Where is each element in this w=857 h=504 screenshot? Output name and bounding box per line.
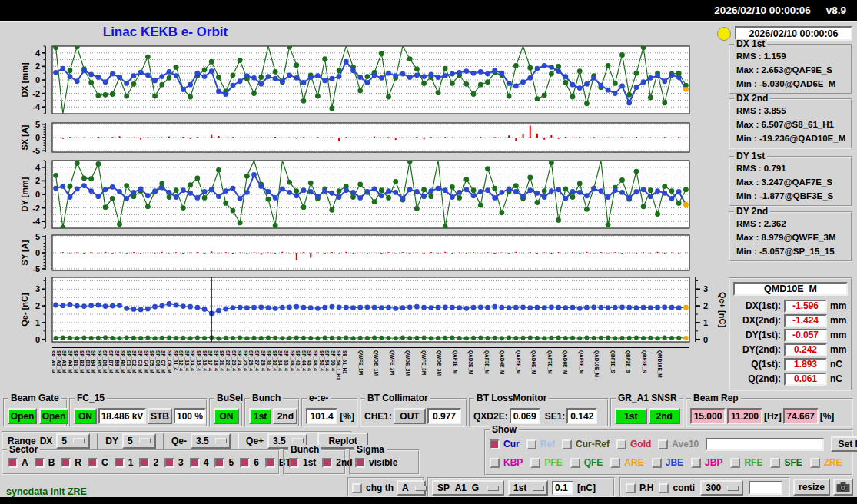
x-axis-label: SP_25_4 xyxy=(243,350,248,371)
checkbox-indicator xyxy=(770,458,780,468)
bunch-number-value: 1st xyxy=(513,482,526,493)
range-qe-minus-select[interactable]: 3.5 xyxy=(191,433,231,449)
sector-4-checkbox[interactable]: 4 xyxy=(190,457,209,468)
x-axis-label: SP_46_4 xyxy=(307,350,312,371)
sigma-visible-checkbox[interactable]: visible xyxy=(355,457,397,468)
bunch-1st-checkbox[interactable]: 1st xyxy=(289,457,316,468)
svg-text:SY [A]: SY [A] xyxy=(20,240,29,265)
count-select[interactable]: 300 xyxy=(700,480,743,496)
ph-checkbox[interactable]: P.H xyxy=(626,482,653,493)
monitor-row-value: 0.242 xyxy=(784,343,827,356)
show-qfe-checkbox[interactable]: QFE xyxy=(570,457,603,468)
show-ave10-checkbox[interactable]: Ave10 xyxy=(658,439,699,449)
sector-c-checkbox[interactable]: C xyxy=(88,457,108,468)
show-jbe-checkbox[interactable]: JBE xyxy=(652,457,683,468)
sector-1-checkbox[interactable]: 1 xyxy=(115,457,134,468)
max-value: 8.979@QWFE_3M xyxy=(762,233,836,242)
fc15-on-button[interactable]: ON xyxy=(74,408,97,424)
sector-3-checkbox[interactable]: 3 xyxy=(164,457,184,468)
min-value: -1.877@QBF3E_S xyxy=(759,191,833,201)
se1-value: 0.142 xyxy=(566,408,597,424)
monitor-select[interactable]: SP_A1_G xyxy=(432,480,504,496)
conti-checkbox[interactable]: conti xyxy=(659,482,695,493)
checkbox-indicator xyxy=(659,483,669,493)
sector-5-checkbox[interactable]: 5 xyxy=(214,457,234,468)
chart-qe[interactable]: 0123Qe- [nC]0123Qe+ [nC] xyxy=(22,276,744,348)
sector-r-checkbox[interactable]: R xyxy=(61,457,81,468)
checkbox-indicator xyxy=(190,458,200,468)
svg-text:-5: -5 xyxy=(32,264,40,274)
checkbox-indicator xyxy=(530,458,540,468)
option-menu-indicator xyxy=(139,438,151,443)
aux-input[interactable] xyxy=(749,481,782,495)
monitor-panel: QMD10E_M DX(1st): -1.596 mm DX(2nd): -1.… xyxy=(729,277,852,391)
range-dx-select[interactable]: 5 xyxy=(56,433,90,449)
beam-rep-group: Beam Rep 15.000 11.200 [Hz] 74.667 [%] xyxy=(686,398,853,427)
resize-button[interactable]: resize xyxy=(793,479,830,496)
threshold-input[interactable] xyxy=(552,481,573,495)
option-menu-indicator xyxy=(727,486,739,491)
beam-rep-hz-unit: [Hz] xyxy=(764,411,782,422)
ref-file-input[interactable] xyxy=(706,438,824,451)
sector-a-checkbox[interactable]: A xyxy=(8,457,28,468)
sector-b-checkbox[interactable]: B xyxy=(35,457,55,468)
screenshot-button[interactable] xyxy=(833,479,853,496)
sector-6-checkbox[interactable]: 6 xyxy=(240,457,259,468)
monitor-row: DX(2nd): -1.424 mm xyxy=(733,313,848,327)
beam-gate-open-2-button[interactable]: Open xyxy=(39,408,68,424)
che1-out-button[interactable]: OUT xyxy=(394,408,426,424)
gr-a1-2nd-button[interactable]: 2nd xyxy=(649,408,681,424)
show-gold-checkbox[interactable]: Gold xyxy=(616,439,651,449)
stat-max: Max : 2.653@QAF9E_S xyxy=(736,65,849,75)
stat-group-dy-2nd: DY 2nd RMS : 2.362 Max : 8.979@QWFE_3M M… xyxy=(729,211,852,262)
show-are-checkbox[interactable]: ARE xyxy=(610,457,643,468)
svg-text:-4: -4 xyxy=(32,217,41,226)
x-axis-label: SP_48_4 xyxy=(313,350,318,371)
bunch-2nd-checkbox[interactable]: 2nd xyxy=(322,457,352,468)
show-pfe-checkbox[interactable]: PFE xyxy=(530,457,562,468)
busel-on-button[interactable]: ON xyxy=(214,408,239,424)
monitor-row-unit: mm xyxy=(830,300,846,311)
x-axis-label: SP_23_4 xyxy=(231,350,237,371)
bunch-2nd-button[interactable]: 2nd xyxy=(273,408,297,424)
gr-a1-1st-button[interactable]: 1st xyxy=(615,408,647,424)
chg-th-select[interactable]: A xyxy=(397,480,426,496)
group-title: Beam Gate xyxy=(8,393,61,403)
sector-2-checkbox[interactable]: 2 xyxy=(139,457,158,468)
x-axis-label: SP_32_4 xyxy=(272,350,277,371)
show-cur-checkbox[interactable]: Cur xyxy=(490,439,520,449)
x-axis-label: SP_A4_M xyxy=(68,350,73,373)
range-dy-label: DY xyxy=(105,436,118,446)
bunch-number-select[interactable]: 1st xyxy=(508,480,548,496)
show-cur-ref-checkbox[interactable]: Cur-Ref xyxy=(562,439,610,449)
chg-th-checkbox[interactable]: chg th xyxy=(352,482,394,493)
chart-dx[interactable]: -4-2024DX [mm] xyxy=(22,45,744,120)
show-kbp-checkbox[interactable]: KBP xyxy=(490,457,523,468)
x-axis-label: SP_14_4 xyxy=(190,350,195,371)
checkbox-indicator xyxy=(562,439,572,449)
rms-value: 0.791 xyxy=(764,164,786,173)
x-axis-label: SP_C8_M xyxy=(167,350,172,373)
show-jbp-checkbox[interactable]: JBP xyxy=(691,457,722,468)
checkbox-indicator xyxy=(322,458,332,468)
svg-text:SX [A]: SX [A] xyxy=(20,124,29,150)
set-ref-button[interactable]: Set Ref xyxy=(831,436,857,452)
beam-gate-open-1-button[interactable]: Open xyxy=(8,408,37,424)
chart-sx[interactable]: -505SX [A] xyxy=(22,121,744,158)
checkbox-label: 3 xyxy=(178,457,184,468)
svg-text:3: 3 xyxy=(35,284,40,293)
chart-sy[interactable]: -505SY [A] xyxy=(22,234,744,277)
checkbox-indicator xyxy=(265,458,275,468)
x-axis-label: QAF9E_M xyxy=(579,350,584,374)
bunch-1st-button[interactable]: 1st xyxy=(249,408,271,424)
show-sfe-checkbox[interactable]: SFE xyxy=(770,457,802,468)
x-axis-label: QBF1E_S xyxy=(610,350,616,373)
show-rfe-checkbox[interactable]: RFE xyxy=(730,457,762,468)
range-dy-select[interactable]: 5 xyxy=(122,433,156,449)
show-ref-checkbox[interactable]: Ref xyxy=(526,439,555,449)
fc15-stb-button[interactable]: STB xyxy=(148,408,172,424)
checkbox-indicator xyxy=(626,483,636,493)
svg-text:3: 3 xyxy=(703,284,708,293)
show-zre-checkbox[interactable]: ZRE xyxy=(810,457,842,468)
chart-dy[interactable]: -4-2024DY [mm] xyxy=(22,159,744,234)
